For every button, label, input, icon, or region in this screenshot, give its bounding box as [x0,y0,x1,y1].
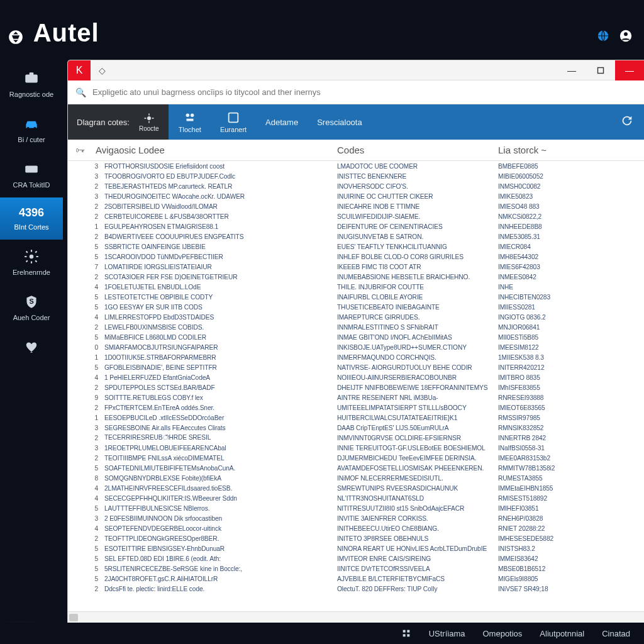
sidebar-item-coder[interactable]: S Aueh Coder [0,285,63,330]
table-row[interactable]: 2DdcsFfi te. plectic: linird:ELLE code.O… [68,584,644,594]
table-row[interactable]: 1EGULPEAHYROSEN ETMAIGRISE88.1DEIFENTURE… [68,221,644,231]
table-row[interactable]: 2SCOTA3IOER FER FSE D)OEINETGETRIEURINUM… [68,272,644,282]
table-row[interactable]: 2CERBTEUICOREBE L &FUSB4/38ORTTERSCUILWI… [68,211,644,221]
table-row[interactable]: 3TFOOBROGIVORTO ED EBUTPJUDEF.CodlcINIST… [68,171,644,181]
toolbar-toolset-button[interactable]: Tlochet [179,111,201,133]
sidebar-item-vehicle[interactable]: Bi / cuter [0,107,63,152]
col-header-stock[interactable]: Lia storck ~ [498,145,644,155]
table-row[interactable]: 8SOMQGNBNYDRBLEXSE Fobite)(bfiEkAINiMOF … [68,473,644,483]
new-tab-icon[interactable]: ◇ [91,60,113,80]
row-num: 5 [87,253,98,260]
status-item[interactable]: Aliutpotnnial [540,629,584,638]
sidebar-item-settings[interactable]: Erelnenrnde [0,240,63,285]
col-header-codes[interactable]: Codes [337,145,498,155]
table-row[interactable]: 5MiMaEBFiICÉ L8680LMD CODILERINMAE GBIT'… [68,332,644,342]
table-row[interactable]: 2TEBEJERASTHTEDS MP.carurteck. REATLRINO… [68,181,644,191]
row-desc: 2JA0CHT8ROFET.gsC.R.AliHIATOILLrR [98,575,337,582]
col-header-desc[interactable]: Avigaosic Lodee [96,145,337,155]
row-num: 2 [87,455,98,462]
row-code: OlectuT. 820 DEFFRers: TIUP CoIly [337,586,498,592]
table-row[interactable]: 5SOAFTEDNILMIUTEBIFIFETEMsAnobaCunA.AVAT… [68,463,644,473]
status-grid-icon[interactable] [401,628,411,638]
sidebar-item-favorite[interactable] [0,330,63,364]
table-row[interactable]: 2B4DWERTIVEEE COOUUPIRUES ENGPEATITSINUG… [68,231,644,242]
table-row[interactable]: 31REOETPRLUMELOBUEIFEEARENCAbalINNIE TER… [68,443,644,453]
table-row[interactable]: 42LMATHEINRVFREESCEFILdsaared.tioESB.SMR… [68,483,644,493]
toolbar-element-button[interactable]: Euranert [220,111,247,133]
table-row[interactable]: 5LESTEOTETCTHE OBPIBILE CODTYINAIFURBL C… [68,292,644,302]
table-row[interactable]: 3SEGRESBOINE Air.aIls FEAeccutes Clirats… [68,423,644,433]
table-row[interactable]: 55RSLITENIRCECEZBE-SeRSGE kine in Boccle… [68,564,644,574]
table-row[interactable]: 5SSBRTICTE OAINFEINGE IJBEBIEEUES' TEAFT… [68,242,644,252]
row-desc: SOITTTE.RETUBLEGS COBY.f lex [98,394,337,401]
table-row[interactable]: 2FPxCTfERTCEM.EnTEreA oddés.Sner.UMITEEE… [68,402,644,413]
row-num: 9 [87,394,98,401]
row-code: IMAREPTURCE GIRRUDES. [337,314,498,321]
table-row[interactable]: 11D0OTIIUK5E.STRBAFORPARMEBRRINMERFMAQUN… [68,352,644,362]
row-ref: IMMEtaEIHBN1855 [498,485,644,492]
table-row[interactable]: 9SOITTTE.RETUBLEGS COBY.f lexAINTRE RESE… [68,392,644,402]
toolbar-route-button[interactable]: Roocte [138,113,160,132]
maximize-button[interactable] [586,60,615,80]
status-item[interactable]: UStríiama [429,629,465,638]
user-badge-icon[interactable] [619,29,633,43]
row-num: 2 [87,233,98,240]
toolbar: Dlagran cotes: Roocte Tlochet Euranert A… [68,104,644,140]
table-row[interactable]: 2LEWELFB0UXINMSBISE COBIDS.INNMRALESTITI… [68,322,644,332]
status-item[interactable]: Cinatad [602,629,630,638]
window-tab-badge[interactable]: K [68,60,91,80]
kbd-icon [23,161,40,177]
sidebar-item-codes[interactable]: 4396 BInt Cortes [0,197,63,240]
table-row[interactable]: 52JA0CHT8ROFET.gsC.R.AliHIATOILLrRAJVEBI… [68,574,644,584]
titlebar: K ◇ — — [68,60,644,80]
table-row[interactable]: 51GO EESYAY ER SUR IITB CODSTHUSETICEBEA… [68,302,644,312]
row-desc: 1REOETPRLUMELOBUEIFEEARENCAbal [98,445,337,452]
globe-icon[interactable] [596,29,610,43]
horizontal-scrollbar[interactable] [68,611,644,623]
table-row[interactable]: 4SECECGEPFHHQLIKIITER:IS.WBeeurer SddnNL… [68,493,644,503]
table-row[interactable]: 3THEDUROGINOEITEC WAocahe.ocKr. UDAWERIN… [68,191,644,201]
table-row[interactable]: 5SEL EFTED.08D EDI 1BIRE.6 (eodit. Ath:I… [68,553,644,564]
search-input[interactable] [92,87,636,97]
table-row[interactable]: 41 PeHIELERFUZED EfantGniaCodeANOIIIÉOU-… [68,372,644,382]
table-row[interactable]: 7LOMATIIRDE IORGSLIEISTATEIAIURIKEEEB FI… [68,262,644,272]
table-row[interactable]: 4LIMLERRESTOFPD EbdD3STDÀIDESIMAREPTURCE… [68,312,644,322]
table-row[interactable]: 5ESOTEITTIRE ElBNSIGSEY-EhnbDunuaRNINORA… [68,543,644,553]
row-code: INMVINNT0GRVSE OCLDIRE-EFSIERNSR [337,435,498,441]
table-row[interactable]: 1EESOEPBUCILeD .xtIIcESSeDDOrcóaBerHUITB… [68,413,644,423]
table-row[interactable]: 5LAUTTTEFFIBULNESICSE NBlerros.NITITRESU… [68,503,644,513]
row-num: 5 [87,465,98,472]
table-row[interactable]: 32 E0FESBIIMUINNOON Dik srfoocastibenINV… [68,513,644,523]
toolbar-link-special[interactable]: Srescialoota [317,118,362,127]
table-row[interactable]: 4SEOPTEFENDVDEGERBELoocor-uitinckINITHEB… [68,523,644,533]
table-row[interactable]: 2SPDUTEPPOLES SCTSEd.BAR/BADFDHEIJTF NNI… [68,382,644,392]
row-desc: LIMLERRESTOFPD EbdD3STDÀIDES [98,314,337,321]
codes-table: 🗝 Avigaosic Lodee Codes Lia storck ~ 3FR… [68,140,644,623]
row-ref: INiVSE7 SR49;18 [498,586,644,592]
table-row[interactable]: 2TECERRIRESREUBীHRDE SRESILINMVINNT0GRVS… [68,433,644,443]
sidebar-item-keyboard[interactable]: CRA TokitID [0,152,63,197]
row-ref: INME53085.31 [498,233,644,240]
row-num: 3 [87,425,98,431]
table-row[interactable]: 2TEOITIIIBMPE FNILssA xiécoDIMEMATELDJUM… [68,453,644,463]
toolbar-refresh-button[interactable] [620,114,634,130]
status-item[interactable]: Omepotios [482,629,522,638]
table-row[interactable]: 2TEOFTTPLIDEONGkGREESOper8BER.INITETO 3P… [68,533,644,543]
row-num: 0 [87,344,98,351]
row-code: IMVITEOR ENRE CAIS/SIREING [337,555,498,562]
scrollbar-thumb[interactable] [69,614,78,621]
table-row[interactable]: 5GFOBLEISBINADIÉ', BEINE SEPTITFRNATIVRS… [68,362,644,372]
toolbar-link-adetame[interactable]: Adetame [265,118,298,127]
sidebar-item-diagnostic[interactable]: Ragnostic ode [0,62,63,107]
close-button[interactable]: — [615,60,644,80]
row-desc: 1FOELETUJETEL ENBUDL.LOdE [98,284,337,291]
table-row[interactable]: 3FROTTHORSIUSDOSIE Eriefisiidont coostLM… [68,161,644,171]
row-num: 8 [87,475,98,482]
table-row[interactable]: 41FOELETUJETEL ENBUDL.LOdETHILE. INJUBRI… [68,282,644,292]
table-row[interactable]: 51SCAROOIVDOD TüNMDvPEFBECTIIERINHLEF BO… [68,252,644,262]
table-row[interactable]: 0SMIARFAMOCBJUTRSIUNGFAIPARERINKISBOJE.U… [68,342,644,352]
table-row[interactable]: 22SOBITERSIBELID VWaidlood/ILOMARINIECAH… [68,201,644,211]
row-desc: LOMATIIRDE IORGSLIEISTATEIAIUR [98,264,337,270]
gear-icon [23,248,40,265]
minimize-button[interactable]: — [557,60,586,80]
